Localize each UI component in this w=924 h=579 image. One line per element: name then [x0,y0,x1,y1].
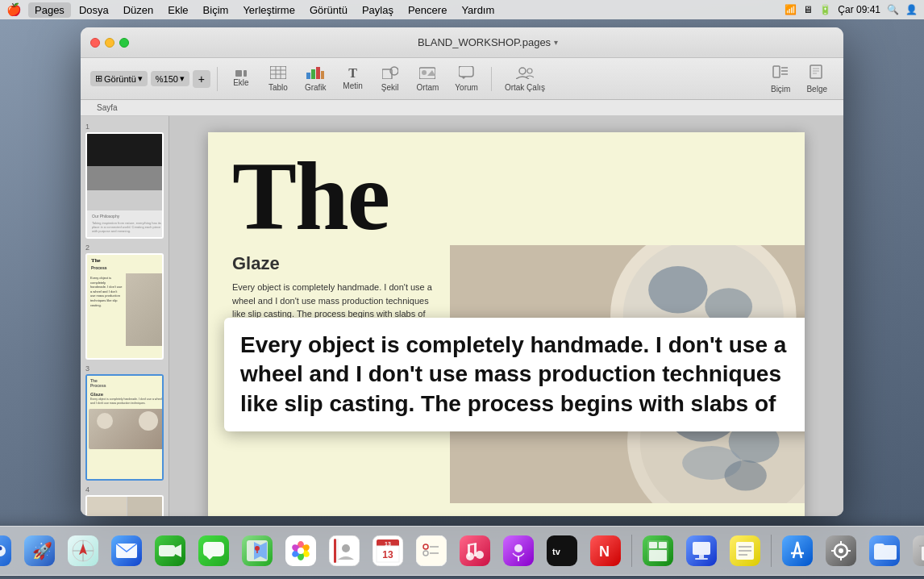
yorum-button[interactable]: Yorum [448,63,485,95]
zoom-button[interactable]: %150 ▾ [151,71,189,86]
thumb-content-3: The Process Glaze Every object is comple… [87,376,164,479]
ortam-button[interactable]: Ortam [410,63,446,95]
svg-text:tv: tv [552,547,561,556]
ekle-label: Ekle [233,78,248,87]
dock-launchpad[interactable]: 🚀 [20,531,59,570]
page-thumb-2[interactable]: The Process Every object is completely h… [85,253,164,360]
wifi-icon: 📶 [785,4,797,15]
dock-calendar[interactable]: 13 13 [368,531,407,570]
metin-button[interactable]: T Metin [336,64,370,94]
dock-keynote[interactable] [682,531,721,570]
sekil-button[interactable]: Şekil [373,63,407,95]
menu-ekle[interactable]: Ekle [161,2,194,18]
thumb-content-2: The Process Every object is completely h… [87,255,164,358]
dock-maps[interactable] [238,531,277,570]
svg-rect-7 [316,67,320,79]
dock-reminders[interactable] [412,531,451,570]
view-label: Görüntü [104,74,136,84]
menu-dosya[interactable]: Dosya [73,2,115,18]
close-button[interactable] [90,38,100,48]
ortak-calis-button[interactable]: Ortak Çalış [498,63,551,95]
tablo-button[interactable]: Tablo [261,63,295,95]
menu-goruntu[interactable]: Görüntü [303,2,354,18]
page-num-4: 4 [85,485,164,516]
view-button[interactable]: ⊞ Görüntü ▾ [90,71,148,86]
grafik-button[interactable]: Grafik [298,63,333,95]
tooltip-text: Every object is completely handmade. I d… [240,331,805,419]
dock-finder[interactable] [0,531,15,570]
menu-pages[interactable]: Pages [28,2,71,18]
dock-music[interactable] [456,531,494,570]
dock-appstore[interactable] [778,531,817,570]
ortam-label: Ortam [417,83,439,92]
dock-numbers[interactable] [639,531,677,570]
canvas-area: The Glaze Every object is completely han… [169,116,843,516]
zoom-label: %150 [156,74,178,84]
dock-mail[interactable] [107,531,146,570]
menu-yardim[interactable]: Yardım [455,2,501,18]
svg-rect-102 [693,542,710,555]
page-thumb-3[interactable]: The Process Glaze Every object is comple… [85,374,164,481]
search-icon[interactable]: 🔍 [887,4,899,15]
metin-icon: T [348,67,357,80]
page-thumb-4[interactable] [85,495,164,516]
dock-facetime[interactable] [151,531,189,570]
apple-menu[interactable]: 🍎 [6,2,22,17]
svg-rect-78 [416,535,447,566]
ekle-button[interactable]: Ekle [224,67,258,90]
bicim-right-button[interactable]: Biçim [764,61,797,97]
menu-paylas[interactable]: Paylaş [356,2,400,18]
svg-point-85 [476,551,484,559]
zoom-chevron: ▾ [180,73,185,84]
page-num-3: 3 The Process Glaze Every object is comp… [85,364,164,481]
dock: 🚀 [0,526,924,576]
svg-text:N: N [599,544,610,560]
filename-chevron[interactable]: ▾ [554,38,558,47]
dock-podcasts[interactable] [499,531,538,570]
dock-trash[interactable] [909,531,924,570]
svg-point-68 [298,548,304,554]
dock-apple-tv[interactable]: tv [543,531,581,570]
svg-rect-56 [203,542,224,556]
minimize-button[interactable] [105,38,114,48]
sekil-icon [382,66,398,81]
dock-system-prefs[interactable] [822,531,860,570]
dock-messages[interactable] [194,531,233,570]
maximize-button[interactable] [119,38,129,48]
svg-text:🚀: 🚀 [32,541,52,560]
view-icon: ⊞ [95,73,102,84]
dock-notes[interactable] [726,531,764,570]
svg-point-16 [519,68,526,74]
toolbar-left: ⊞ Görüntü ▾ %150 ▾ + [90,70,210,88]
svg-point-12 [422,70,427,75]
view-chevron: ▾ [138,73,143,84]
menu-yerlestirme[interactable]: Yerleştirme [236,2,302,18]
page-number-label-2: 2 [85,244,164,252]
svg-rect-104 [695,558,708,560]
page-num-1: 1 Our Philosophy Taking inspiration from… [85,123,164,239]
belge-right-button[interactable]: Belge [800,61,834,97]
menu-bicim[interactable]: Biçim [197,2,235,18]
dock-finder-folder[interactable] [865,531,904,570]
bicim-right-label: Biçim [771,85,790,94]
svg-rect-103 [699,555,704,558]
dock-news[interactable]: N [586,531,625,570]
clock: Çar 09:41 [838,4,880,15]
svg-point-29 [648,266,707,314]
svg-rect-87 [468,545,470,556]
belge-right-label: Belge [806,85,827,94]
svg-marker-15 [461,77,466,79]
control-center-icon[interactable]: 👤 [905,4,918,15]
page-thumb-1[interactable]: Our Philosophy Taking inspiration from n… [85,132,164,239]
menubar-right: 📶 🖥 🔋 Çar 09:41 🔍 👤 [785,4,918,15]
add-page-button[interactable]: + [193,70,210,88]
dock-photos[interactable] [281,531,320,570]
menu-duzen[interactable]: Düzen [117,2,160,18]
dock-safari[interactable] [64,531,102,570]
bicim-right-icon [772,65,789,83]
svg-point-114 [839,548,843,553]
svg-rect-8 [321,71,324,79]
page-canvas: The Glaze Every object is completely han… [208,132,805,516]
dock-contacts[interactable] [325,531,364,570]
menu-pencere[interactable]: Pencere [402,2,453,18]
